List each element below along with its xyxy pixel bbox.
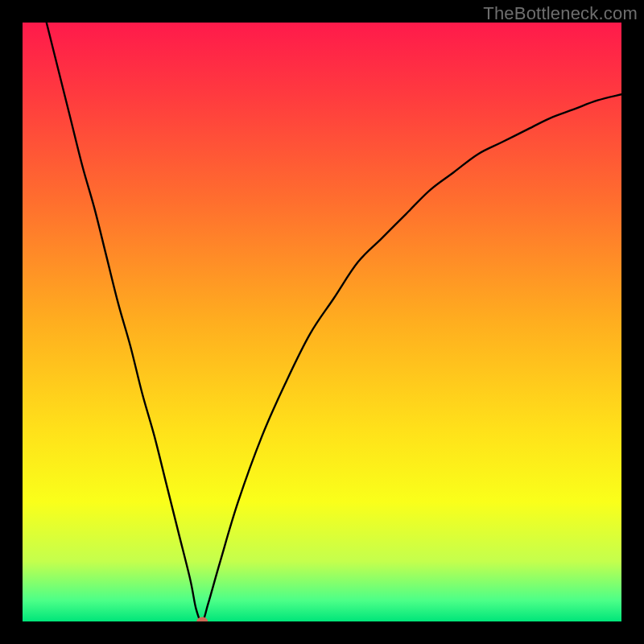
chart-area [23,23,621,621]
watermark-text: TheBottleneck.com [483,3,638,24]
gradient-background [23,23,621,621]
bottleneck-chart [23,23,621,621]
